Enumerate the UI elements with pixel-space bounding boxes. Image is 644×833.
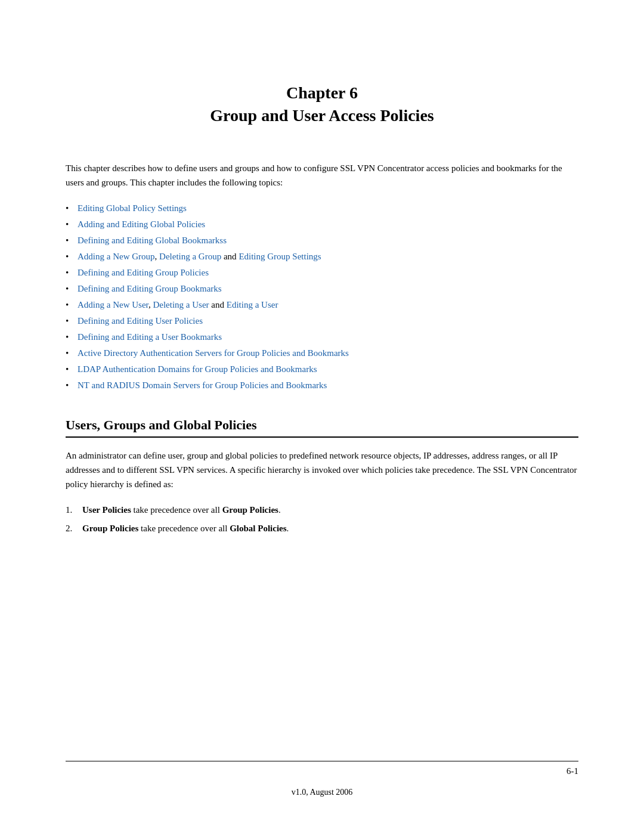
link-adding-new-group[interactable]: Adding a New Group (78, 252, 155, 261)
bold-text: Group Policies (82, 524, 138, 533)
chapter-header: Chapter 6 Group and User Access Policies (66, 83, 578, 125)
list-item: Active Directory Authentication Servers … (66, 345, 578, 361)
section-heading-users-groups: Users, Groups and Global Policies (66, 417, 578, 438)
static-text: take precedence over all (131, 505, 222, 515)
static-text: take precedence over all (138, 524, 230, 533)
chapter-title-line1: Chapter 6 (66, 83, 578, 103)
list-item: Adding and Editing Global Policies (66, 216, 578, 233)
bold-text: Global Policies (230, 524, 286, 533)
list-item: Adding a New User, Deleting a User and E… (66, 297, 578, 313)
list-item: Defining and Editing Group Policies (66, 265, 578, 281)
policy-hierarchy-list: User Policies take precedence over all G… (66, 502, 578, 537)
list-item: Editing Global Policy Settings (66, 200, 578, 216)
bold-text: User Policies (82, 505, 131, 515)
list-item: Group Policies take precedence over all … (66, 521, 578, 537)
separator-text: and (221, 252, 239, 261)
intro-paragraph: This chapter describes how to define use… (66, 161, 578, 190)
list-item: LDAP Authentication Domains for Group Po… (66, 361, 578, 377)
link-defining-editing-global-bookmarks[interactable]: Defining and Editing Global Bookmarkss (78, 236, 227, 245)
page-container: Chapter 6 Group and User Access Policies… (0, 0, 644, 833)
link-adding-new-user[interactable]: Adding a New User (78, 300, 148, 309)
separator-text: , (155, 252, 160, 261)
chapter-title-line2: Group and User Access Policies (66, 106, 578, 125)
link-deleting-group[interactable]: Deleting a Group (159, 252, 221, 261)
link-defining-editing-user-policies[interactable]: Defining and Editing User Policies (78, 316, 203, 326)
list-item: Defining and Editing Group Bookmarks (66, 281, 578, 297)
list-item: Defining and Editing User Policies (66, 313, 578, 329)
page-number: 6-1 (566, 766, 578, 776)
link-nt-radius[interactable]: NT and RADIUS Domain Servers for Group P… (78, 380, 327, 390)
link-deleting-user[interactable]: Deleting a User (153, 300, 209, 309)
link-ldap[interactable]: LDAP Authentication Domains for Group Po… (78, 364, 317, 374)
separator-text: and (209, 300, 227, 309)
link-defining-editing-user-bookmarks[interactable]: Defining and Editing a User Bookmarks (78, 332, 222, 342)
list-item: NT and RADIUS Domain Servers for Group P… (66, 377, 578, 394)
link-editing-group-settings[interactable]: Editing Group Settings (239, 252, 321, 261)
static-text: . (287, 524, 289, 533)
footer-line (66, 761, 578, 761)
static-text: . (278, 505, 281, 515)
link-active-directory[interactable]: Active Directory Authentication Servers … (78, 348, 349, 358)
link-editing-user[interactable]: Editing a User (227, 300, 278, 309)
section-paragraph: An administrator can define user, group … (66, 448, 578, 491)
link-editing-global-policy-settings[interactable]: Editing Global Policy Settings (78, 203, 187, 213)
bold-text: Group Policies (222, 505, 278, 515)
link-defining-editing-group-bookmarks[interactable]: Defining and Editing Group Bookmarks (78, 284, 222, 293)
list-item: Defining and Editing Global Bookmarkss (66, 233, 578, 249)
link-adding-editing-global-policies[interactable]: Adding and Editing Global Policies (78, 219, 205, 229)
list-item: Defining and Editing a User Bookmarks (66, 329, 578, 345)
topics-list: Editing Global Policy Settings Adding an… (66, 200, 578, 394)
list-item: User Policies take precedence over all G… (66, 502, 578, 518)
link-defining-editing-group-policies[interactable]: Defining and Editing Group Policies (78, 268, 209, 277)
list-item: Adding a New Group, Deleting a Group and… (66, 249, 578, 265)
footer-version: v1.0, August 2006 (0, 788, 644, 797)
